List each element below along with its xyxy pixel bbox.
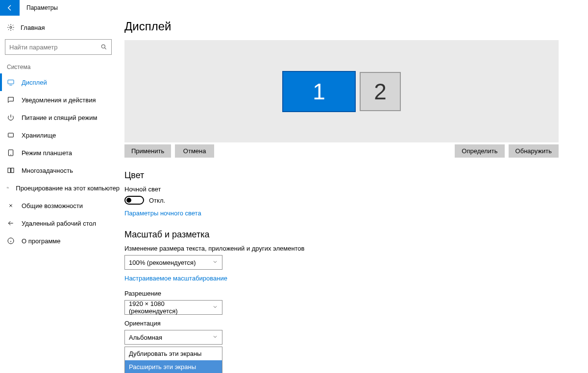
svg-rect-3 xyxy=(8,133,14,137)
search-input[interactable] xyxy=(9,44,100,51)
sidebar-group-label: Система xyxy=(5,64,122,73)
resolution-value: 1920 × 1080 (рекомендуется) xyxy=(129,300,212,315)
svg-point-0 xyxy=(10,26,12,28)
sidebar-item-projecting[interactable]: Проецирование на этот компьютер xyxy=(0,179,122,197)
sidebar-item-storage[interactable]: Хранилище xyxy=(0,126,122,144)
monitor-1[interactable]: 1 xyxy=(282,71,356,112)
sidebar-item-label: Удаленный рабочий стол xyxy=(22,220,96,227)
arrow-left-icon xyxy=(6,4,14,12)
svg-rect-7 xyxy=(7,187,8,188)
sidebar-item-shared[interactable]: Общие возможности xyxy=(0,197,122,214)
back-button[interactable] xyxy=(0,0,20,16)
apply-button[interactable]: Применить xyxy=(124,144,171,158)
sidebar-home-label: Главная xyxy=(21,24,45,31)
sidebar-item-multitasking[interactable]: Многозадачность xyxy=(0,162,122,179)
chat-icon xyxy=(7,96,15,104)
sidebar-home[interactable]: Главная xyxy=(5,21,122,34)
orientation-select[interactable]: Альбомная xyxy=(124,330,222,345)
identify-button[interactable]: Определить xyxy=(455,144,504,158)
sidebar-item-display[interactable]: Дисплей xyxy=(0,73,122,91)
sidebar-item-label: Проецирование на этот компьютер xyxy=(16,185,120,192)
orientation-value: Альбомная xyxy=(129,334,162,341)
sidebar-item-label: Общие возможности xyxy=(22,202,83,210)
sidebar-item-tablet[interactable]: Режим планшета xyxy=(0,144,122,162)
sidebar-item-label: Питание и спящий режим xyxy=(22,114,97,121)
sidebar-item-remote[interactable]: Удаленный рабочий стол xyxy=(0,214,122,232)
scale-value: 100% (рекомендуется) xyxy=(129,259,196,266)
tablet-icon xyxy=(7,149,15,157)
sidebar-item-label: О программе xyxy=(22,237,61,245)
nightlight-settings-link[interactable]: Параметры ночного света xyxy=(124,210,559,217)
svg-rect-6 xyxy=(11,168,14,172)
sidebar-item-label: Дисплей xyxy=(22,79,47,86)
dropdown-option-duplicate[interactable]: Дублировать эти экраны xyxy=(125,347,222,360)
storage-icon xyxy=(7,131,15,139)
svg-rect-2 xyxy=(8,80,14,84)
monitor-2[interactable]: 2 xyxy=(360,72,401,111)
custom-scaling-link[interactable]: Настраиваемое масштабирование xyxy=(124,275,559,282)
multitask-icon xyxy=(7,166,15,174)
search-box[interactable] xyxy=(5,39,112,55)
nightlight-state: Откл. xyxy=(149,197,165,204)
scale-label: Изменение размера текста, приложений и д… xyxy=(124,245,559,252)
sidebar-item-label: Режим планшета xyxy=(22,149,72,157)
sidebar-item-notifications[interactable]: Уведомления и действия xyxy=(0,91,122,109)
sidebar-item-label: Уведомления и действия xyxy=(22,96,96,104)
remote-icon xyxy=(7,219,15,227)
nightlight-label: Ночной свет xyxy=(124,186,559,193)
page-title: Дисплей xyxy=(124,20,559,33)
detect-button[interactable]: Обнаружить xyxy=(509,144,559,158)
sidebar-item-power[interactable]: Питание и спящий режим xyxy=(0,109,122,126)
sidebar-item-about[interactable]: О программе xyxy=(0,232,122,250)
sidebar-item-label: Хранилище xyxy=(22,132,56,139)
search-icon xyxy=(100,44,107,50)
monitor-icon xyxy=(7,78,15,86)
nightlight-toggle[interactable] xyxy=(124,196,144,205)
sidebar-item-label: Многозадачность xyxy=(22,167,73,174)
monitor-arrangement[interactable]: 1 2 xyxy=(124,40,559,142)
svg-rect-5 xyxy=(8,168,10,172)
info-icon xyxy=(7,237,15,245)
power-icon xyxy=(7,114,15,121)
svg-point-1 xyxy=(101,45,105,48)
resolution-label: Разрешение xyxy=(124,290,559,297)
dropdown-option-extend[interactable]: Расширить эти экраны xyxy=(125,360,222,373)
chevron-down-icon xyxy=(212,334,218,340)
color-heading: Цвет xyxy=(124,170,559,181)
orientation-label: Ориентация xyxy=(124,320,559,327)
project-icon xyxy=(7,184,9,192)
scale-select[interactable]: 100% (рекомендуется) xyxy=(124,255,222,270)
multiple-displays-dropdown[interactable]: Дублировать эти экраны Расширить эти экр… xyxy=(124,347,222,373)
scale-heading: Масштаб и разметка xyxy=(124,230,559,240)
cancel-button[interactable]: Отмена xyxy=(175,144,214,158)
gear-icon xyxy=(7,23,15,31)
resolution-select[interactable]: 1920 × 1080 (рекомендуется) xyxy=(124,300,222,315)
chevron-down-icon xyxy=(212,259,218,265)
shared-icon xyxy=(7,202,15,210)
chevron-down-icon xyxy=(212,304,218,310)
window-title: Параметры xyxy=(20,0,65,16)
